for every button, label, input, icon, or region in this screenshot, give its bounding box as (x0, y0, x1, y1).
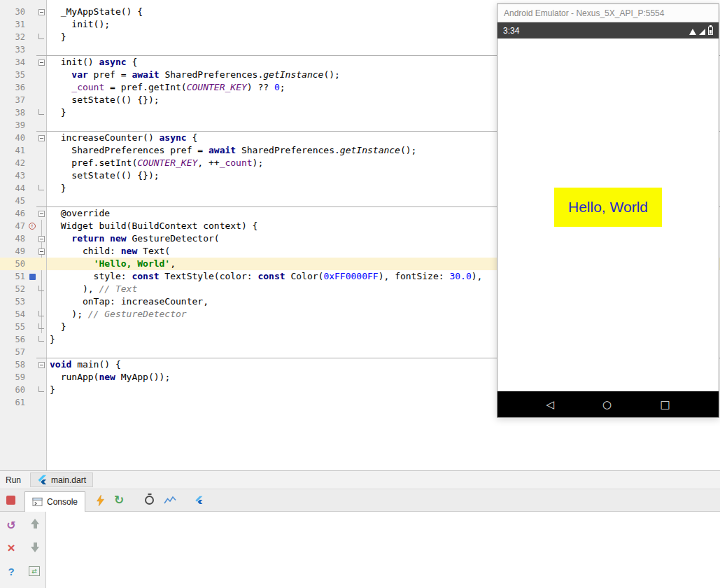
line-number[interactable]: 36 (0, 81, 28, 94)
fold-end-icon[interactable] (36, 106, 46, 119)
line-number[interactable]: 54 (0, 308, 28, 321)
gutter-icon-slot (28, 18, 36, 31)
code-text: _MyAppState() { (46, 6, 143, 18)
line-number[interactable]: 31 (0, 18, 28, 31)
bookmark-icon[interactable] (28, 270, 36, 283)
down-stack-button[interactable] (28, 540, 42, 554)
devtools-button[interactable] (195, 496, 204, 505)
code-text: init(); (46, 18, 110, 31)
fold-start-icon[interactable] (36, 207, 46, 220)
line-number[interactable]: 47 (0, 220, 28, 232)
gutter-icon-slot (28, 308, 36, 321)
run-header: Run main.dart (0, 470, 720, 489)
line-number[interactable]: 40 (0, 132, 28, 144)
hello-world-button[interactable]: Hello, World (554, 188, 662, 227)
line-number[interactable]: 35 (0, 69, 28, 81)
fold-start-icon[interactable] (36, 56, 46, 69)
home-button[interactable]: ○ (602, 398, 612, 411)
fold-start-icon[interactable] (36, 358, 46, 371)
line-number[interactable]: 34 (0, 56, 28, 69)
flutter-icon (37, 475, 48, 485)
line-number[interactable]: 55 (0, 321, 28, 333)
line-number[interactable]: 51 (0, 270, 28, 283)
android-nav-bar: ◁ ○ □ (497, 391, 719, 417)
gutter-icon-slot (28, 245, 36, 258)
line-number[interactable]: 52 (0, 283, 28, 295)
help-button[interactable]: ? (4, 564, 18, 578)
line-number[interactable]: 53 (0, 295, 28, 308)
fold-end-icon[interactable] (36, 283, 46, 295)
code-text: onTap: increaseCounter, (46, 295, 209, 308)
fold-end-icon[interactable] (36, 321, 46, 333)
timeline-button[interactable] (145, 496, 154, 505)
fold-slot (36, 157, 46, 169)
gutter-icon-slot (28, 321, 36, 333)
fold-end-icon[interactable] (36, 333, 46, 346)
gutter-icon-slot (28, 358, 36, 371)
line-number[interactable]: 56 (0, 333, 28, 346)
override-icon[interactable]: ↑ (28, 220, 36, 232)
code-text: child: new Text( (46, 245, 170, 258)
up-stack-button[interactable] (28, 517, 42, 531)
gutter-icon-slot (28, 69, 36, 81)
stop-button[interactable] (6, 496, 15, 505)
stopwatch-icon (145, 496, 154, 505)
tab-console[interactable]: Console (24, 491, 85, 512)
line-number[interactable]: 37 (0, 94, 28, 106)
line-number[interactable]: 33 (0, 43, 28, 56)
code-text: 'Hello, World', (46, 258, 176, 270)
line-number[interactable]: 43 (0, 169, 28, 182)
line-number[interactable]: 42 (0, 157, 28, 169)
fold-end-icon[interactable] (36, 31, 46, 43)
fold-slot (36, 195, 46, 207)
code-text: pref.setInt(COUNTER_KEY, ++_count); (46, 157, 263, 169)
fold-end-icon[interactable] (36, 308, 46, 321)
line-number[interactable]: 50 (0, 258, 28, 270)
code-text: Widget build(BuildContext context) { (46, 220, 257, 232)
fold-slot (36, 144, 46, 157)
fold-start-icon[interactable] (36, 245, 46, 258)
line-number[interactable]: 60 (0, 384, 28, 396)
fold-slot (36, 371, 46, 384)
gutter-icon-slot (28, 182, 36, 195)
line-number[interactable]: 39 (0, 119, 28, 132)
fold-slot (36, 295, 46, 308)
rerun-button[interactable]: ↺ (4, 518, 18, 532)
signal-icon (699, 29, 705, 35)
fold-start-icon[interactable] (36, 6, 46, 18)
console-output[interactable] (47, 512, 720, 588)
console-settings-button[interactable]: ⇄ (27, 564, 41, 578)
line-number[interactable]: 44 (0, 182, 28, 195)
line-number[interactable]: 41 (0, 144, 28, 157)
fold-end-icon[interactable] (36, 384, 46, 396)
line-number[interactable]: 57 (0, 346, 28, 358)
line-number[interactable]: 58 (0, 358, 28, 371)
recents-button[interactable]: □ (660, 398, 670, 411)
fold-slot (36, 81, 46, 94)
hot-restart-button[interactable]: ↻ (114, 494, 124, 506)
line-number[interactable]: 45 (0, 195, 28, 207)
line-number[interactable]: 30 (0, 6, 28, 18)
code-text: } (46, 182, 66, 195)
run-tab-main-dart[interactable]: main.dart (30, 472, 93, 487)
line-number[interactable]: 59 (0, 371, 28, 384)
code-text (46, 195, 50, 207)
line-number[interactable]: 48 (0, 232, 28, 245)
code-text: } (46, 31, 66, 43)
fold-start-icon[interactable] (36, 232, 46, 245)
close-button[interactable]: × (4, 541, 18, 555)
back-button[interactable]: ◁ (546, 398, 554, 411)
line-number[interactable]: 61 (0, 396, 28, 409)
fold-end-icon[interactable] (36, 182, 46, 195)
line-number[interactable]: 49 (0, 245, 28, 258)
performance-button[interactable] (164, 496, 176, 505)
line-number[interactable]: 46 (0, 207, 28, 220)
line-number[interactable]: 32 (0, 31, 28, 43)
fold-start-icon[interactable] (36, 132, 46, 144)
hot-reload-button[interactable] (97, 495, 104, 506)
emulator-title-bar[interactable]: Android Emulator - Nexus_5X_API_P:5554 (497, 4, 719, 22)
gutter-icon-slot (28, 144, 36, 157)
fold-slot (36, 119, 46, 132)
line-number[interactable]: 38 (0, 106, 28, 119)
gutter-icon-slot (28, 346, 36, 358)
